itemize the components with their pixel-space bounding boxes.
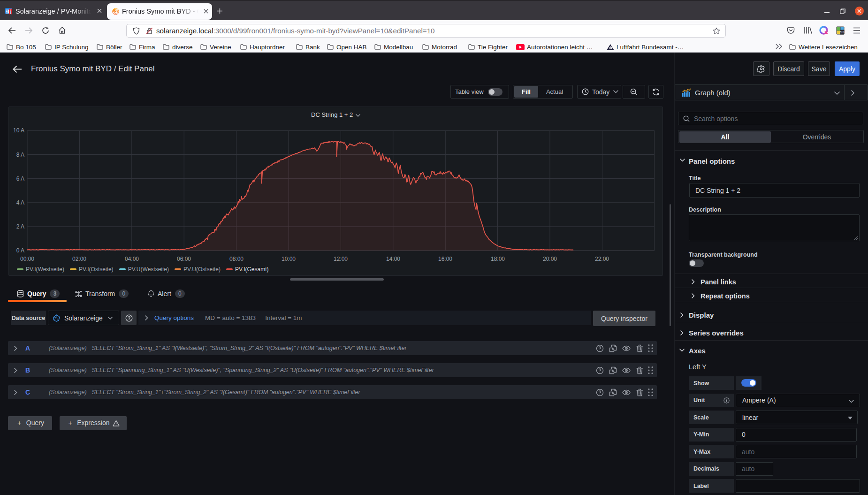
svg-text:S3: S3 xyxy=(840,30,844,34)
